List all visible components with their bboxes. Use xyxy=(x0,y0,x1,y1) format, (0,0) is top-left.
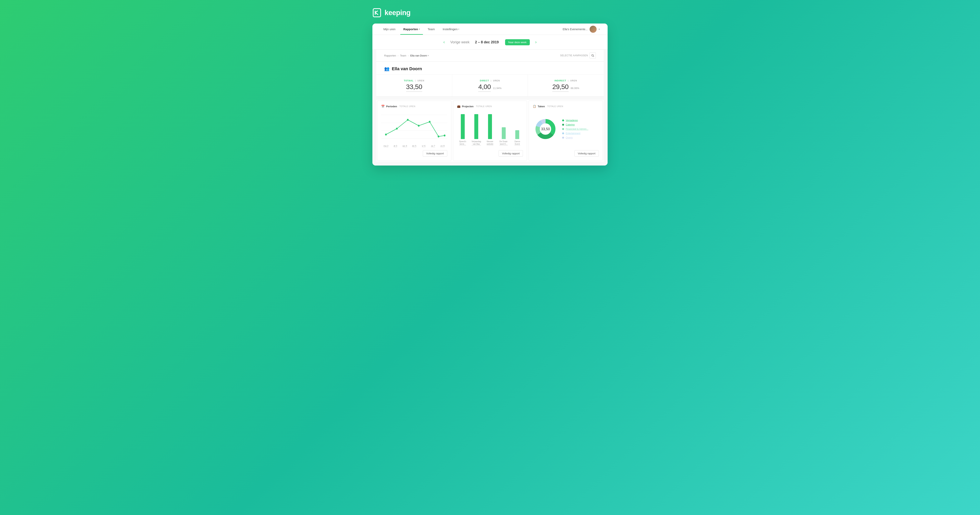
content-area: Rapporten › Team › Ella van Doorn ▾ SELE… xyxy=(372,49,608,166)
legend-catering: Catering xyxy=(562,123,599,126)
prev-week-arrow[interactable]: ‹ xyxy=(442,39,446,46)
legend-dot-overig xyxy=(562,137,564,139)
bar-col-4: DanceEvent xyxy=(512,114,523,145)
chart-point-0 xyxy=(385,134,387,136)
breadcrumb-chevron-icon: ▾ xyxy=(428,54,429,57)
avatar[interactable] xyxy=(590,26,597,33)
week-label: Vorige week xyxy=(450,40,469,44)
bar-col-1: Verjaardagvan Bas xyxy=(471,114,482,145)
company-name: Ella's Evenemente... xyxy=(563,28,588,31)
search-icon-box[interactable] xyxy=(590,53,596,59)
chart-label-2[interactable]: wo 4 xyxy=(400,145,409,147)
stats-row: TOTAAL | UREN 33,50 DIRECT | UREN 4,00 1… xyxy=(376,75,604,97)
legend-label-financieel[interactable]: Financieel & Admini... xyxy=(566,128,588,131)
avatar-image xyxy=(590,26,597,33)
keeping-logo-icon xyxy=(372,8,382,18)
stat-indirect-label: INDIRECT | UREN xyxy=(532,80,600,82)
nav-rapporten[interactable]: Rapporten ▾ xyxy=(400,24,423,35)
chart-point-2 xyxy=(407,119,409,121)
stat-indirect-pct: 88.06% xyxy=(571,87,579,89)
chart-label-5[interactable]: za 7 xyxy=(428,145,438,147)
taken-report-btn-row: Volledig rapport xyxy=(533,150,599,157)
chart-point-4 xyxy=(429,121,431,123)
logo-text: keeping xyxy=(385,9,410,17)
breadcrumb-team[interactable]: Team xyxy=(400,54,406,57)
person-icon: 👥 xyxy=(384,66,390,72)
app-card: Mijn uren Rapporten ▾ Team Instellingen … xyxy=(372,24,608,166)
legend-entertainment: Entertainment xyxy=(562,132,599,135)
legend-overig: Overig xyxy=(562,136,599,139)
taken-volledig-rapport-button[interactable]: Volledig rapport xyxy=(574,150,599,157)
week-nav: ‹ Vorige week 2 – 8 dec 2019 Naar deze w… xyxy=(372,35,608,49)
rapporten-chevron-icon: ▾ xyxy=(419,28,420,30)
week-date-range: 2 – 8 dec 2019 xyxy=(475,40,499,44)
projecten-report-btn-row: Volledig rapport xyxy=(457,150,523,157)
chart-point-3 xyxy=(418,125,420,127)
chart-x-labels: ma 2 di 3 wo 4 do 5 vr 6 za 7 zo 8 xyxy=(381,145,447,147)
breadcrumb-current[interactable]: Ella van Doorn ▾ xyxy=(410,54,429,57)
bar-col-0: Sjoerd'skerst... xyxy=(457,114,468,145)
naar-deze-week-button[interactable]: Naar deze week xyxy=(505,39,530,45)
search-icon xyxy=(591,54,594,57)
stat-total-label: TOTAAL | UREN xyxy=(380,80,448,82)
bar-fill-4 xyxy=(515,130,519,139)
bar-label-0[interactable]: Sjoerd'skerst... xyxy=(459,140,466,145)
chart-taken-title: 📋 Taken TOTALE UREN xyxy=(533,105,599,108)
bottom-spacer xyxy=(372,162,608,166)
stat-direct-label: DIRECT | UREN xyxy=(456,80,524,82)
bar-fill-3 xyxy=(502,127,506,139)
nav-mijn-uren[interactable]: Mijn uren xyxy=(380,24,399,35)
line-chart-svg xyxy=(381,111,447,142)
legend-label-vergaderen[interactable]: Vergaderen xyxy=(566,119,578,122)
chart-label-3[interactable]: do 5 xyxy=(409,145,419,147)
person-header: 👥 Ella van Doorn xyxy=(376,62,604,75)
clipboard-icon: 📋 xyxy=(533,105,536,108)
nav-links: Mijn uren Rapporten ▾ Team Instellingen … xyxy=(380,24,462,35)
chart-label-0[interactable]: ma 2 xyxy=(381,145,391,147)
person-name: Ella van Doorn xyxy=(392,66,422,72)
bar-label-1[interactable]: Verjaardagvan Bas xyxy=(472,140,481,145)
perioden-volledig-rapport-button[interactable]: Volledig rapport xyxy=(423,150,447,157)
legend-label-entertainment[interactable]: Entertainment xyxy=(566,132,581,135)
chart-label-4[interactable]: vr 6 xyxy=(419,145,428,147)
bar-fill-0 xyxy=(461,114,465,139)
chart-label-1[interactable]: di 3 xyxy=(391,145,400,147)
selectie-aanpassen-button[interactable]: SELECTIE AANPASSEN xyxy=(560,53,596,59)
calendar-icon: 📅 xyxy=(381,105,385,108)
nav-instellingen[interactable]: Instellingen ▾ xyxy=(439,24,462,35)
breadcrumb-sep-2: › xyxy=(408,54,409,57)
chart-perioden-title: 📅 Perioden TOTALE UREN xyxy=(381,105,447,108)
stat-total-value: 33,50 xyxy=(406,83,422,92)
breadcrumb-rapporten[interactable]: Rapporten xyxy=(384,54,396,57)
stat-direct-value: 4,00 xyxy=(478,83,491,92)
chart-projecten-title: 💼 Projecten TOTALE UREN xyxy=(457,105,523,108)
bar-label-4[interactable]: DanceEvent xyxy=(514,140,520,145)
bar-label-2[interactable]: Nieuwewebsite xyxy=(487,140,493,145)
legend-financieel: Financieel & Admini... xyxy=(562,128,599,131)
projecten-volledig-rapport-button[interactable]: Volledig rapport xyxy=(499,150,523,157)
bar-label-3[interactable]: De Draai-tand O... xyxy=(500,140,508,145)
nav-bar: Mijn uren Rapporten ▾ Team Instellingen … xyxy=(372,24,608,35)
nav-right: Ella's Evenemente... ▾ xyxy=(563,26,600,33)
perioden-report-btn-row: Volledig rapport xyxy=(381,150,447,157)
bar-fill-2 xyxy=(488,114,492,139)
chart-label-6[interactable]: zo 8 xyxy=(438,145,447,147)
bar-chart: Sjoerd'skerst... Verjaardagvan Bas Nieuw… xyxy=(457,111,523,147)
stat-total: TOTAAL | UREN 33,50 xyxy=(376,75,452,96)
nav-team[interactable]: Team xyxy=(425,24,438,35)
stat-direct: DIRECT | UREN 4,00 11.94% xyxy=(452,75,528,96)
svg-line-2 xyxy=(593,56,594,57)
legend-dot-vergaderen xyxy=(562,120,564,121)
donut-center-value: 33,50 xyxy=(541,127,550,131)
legend-label-catering[interactable]: Catering xyxy=(566,123,574,126)
stat-indirect: INDIRECT | UREN 29,50 88.06% xyxy=(528,75,604,96)
chart-projecten: 💼 Projecten TOTALE UREN Sjoerd'skerst...… xyxy=(453,100,527,161)
stat-direct-pct: 11.94% xyxy=(493,87,501,89)
breadcrumb: Rapporten › Team › Ella van Doorn ▾ xyxy=(384,54,429,57)
line-chart xyxy=(381,111,447,143)
chart-point-5 xyxy=(438,136,439,137)
legend-label-overig[interactable]: Overig xyxy=(566,136,573,139)
next-week-arrow[interactable]: › xyxy=(534,39,538,46)
breadcrumb-bar: Rapporten › Team › Ella van Doorn ▾ SELE… xyxy=(376,49,604,62)
account-chevron-icon[interactable]: ▾ xyxy=(598,28,600,30)
